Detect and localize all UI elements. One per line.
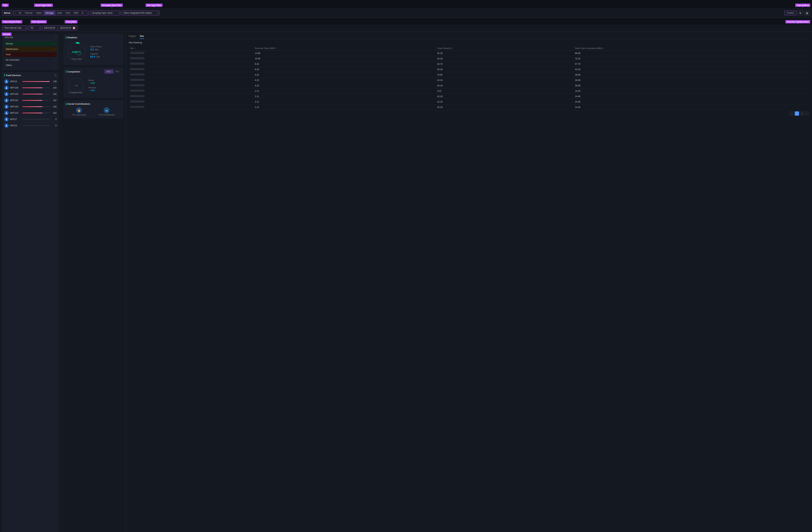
sort-icon-pr: ⇅ <box>452 47 453 49</box>
device-name: WFF103 <box>10 106 21 108</box>
page-2-btn[interactable]: 2 <box>800 111 804 116</box>
tab-mtd[interactable]: MTD <box>105 70 113 73</box>
grouping-type-select[interactable]: Grouping Type: Store <box>90 11 120 15</box>
tab-ytd[interactable]: YTD <box>113 70 121 73</box>
cell-daily-gen: 14.45 <box>574 104 809 110</box>
completion-tabs: MTD YTD <box>105 70 121 73</box>
planned-label: Planned <box>88 86 96 89</box>
cell-power-ratio: 42.19 <box>436 51 574 56</box>
svg-point-7 <box>6 125 7 126</box>
social-co2-item: ☁ YTD CO2 Reduction <box>98 108 115 116</box>
capacity-val: 83.4 <box>90 55 95 58</box>
status-normal-row: Normal -- <box>4 41 57 46</box>
tab-site[interactable]: Site <box>140 34 144 39</box>
asset-nav-all[interactable]: All <box>17 11 23 15</box>
status-no-conn-label: No connection <box>6 59 19 61</box>
col-power-ratio[interactable]: Power Ratio(%) ⇅ <box>436 46 574 51</box>
social-card: Social Contributions 🔥 YTD Coal Saving ☁… <box>63 100 124 118</box>
middle-panel: Realtime 0.005 % Power Ratio <box>61 31 126 532</box>
col-site[interactable]: Site ⇅ <box>129 46 253 51</box>
control-button[interactable]: Control <box>784 11 797 15</box>
page-next-btn[interactable]: › <box>805 111 809 116</box>
cell-site <box>129 83 253 88</box>
asset-nav-e[interactable]: E <box>80 11 85 15</box>
annotation-grouping-filter: Grouping Type Filter <box>101 4 123 7</box>
planned-val-wrap: -- kWh <box>88 89 96 92</box>
asset-nav-prev[interactable]: ‹ <box>13 11 17 15</box>
cell-rt-power: 2.11 <box>253 88 436 94</box>
completion-title-text: Completion <box>68 70 80 73</box>
main-content: Total Site -- Normal -- Maintenance -- F… <box>0 31 812 532</box>
date-arrow: → <box>56 27 59 29</box>
device-bar-wrap <box>22 87 50 88</box>
asset-nav-thermal[interactable]: Thermal <box>23 11 34 15</box>
asset-nav-next[interactable]: › <box>85 11 89 15</box>
fault-device-row: WF013 139 <box>4 79 57 85</box>
cell-rt-power: 12.66 <box>253 51 436 56</box>
fault-device-row: WFF102 102 <box>4 110 57 116</box>
active-power-value-wrap: 4.2 MW <box>90 48 102 51</box>
cell-daily-gen: 28.90 <box>574 72 809 78</box>
device-name: WFF105 <box>10 93 21 95</box>
col-rt-power[interactable]: Real-time Power (MW) ⇅ <box>253 46 436 51</box>
asset-nav-hydro[interactable]: Hydro <box>34 11 44 15</box>
tab-region[interactable]: Region <box>129 34 136 39</box>
device-bar <box>22 94 42 95</box>
settings-icon-button[interactable]: ⚙ <box>798 11 803 15</box>
table-row: 6.33 42.19 43.34 <box>129 67 809 72</box>
device-bar-wrap <box>22 125 50 126</box>
cell-power-ratio: 42.19 <box>436 94 574 99</box>
cell-power-ratio: 42.19 <box>436 78 574 83</box>
social-contributions-row: 🔥 YTD Coal Saving ☁ YTD CO2 Reduction <box>66 108 121 116</box>
time-interval-select[interactable]: Time Interval: Day <box>2 26 27 30</box>
co2-label: YTD CO2 Reduction <box>98 114 115 116</box>
col-daily-gen[interactable]: Daily Power Generation (MWh) ⇅ <box>574 46 809 51</box>
cell-daily-gen: 14.45 <box>574 88 809 94</box>
device-count: 102 <box>51 99 57 102</box>
cell-rt-power: 6.33 <box>253 67 436 72</box>
device-name: WF013 <box>10 80 21 83</box>
ranking-header-row: Site ⇅ Real-time Power (MW) ⇅ Power Rati… <box>129 46 809 51</box>
coal-icon: 🔥 <box>76 108 82 113</box>
annotation-time-interval: Time Interval Filter <box>2 20 22 23</box>
cell-rt-power: 4.22 <box>253 83 436 88</box>
completion-card-title: Completion <box>66 70 80 73</box>
date-range-control[interactable]: 2024-05-24 → 2024-05-24 📅 <box>42 26 77 30</box>
actual-unit: kWh <box>91 82 95 84</box>
device-count: 102 <box>51 86 57 89</box>
annotation-time-shortcut: Time Shortcut <box>31 20 47 23</box>
page-1-btn[interactable]: 1 <box>795 111 799 116</box>
svg-point-0 <box>6 81 7 82</box>
sort-icon-rt: ⇅ <box>276 47 277 49</box>
calendar-icon[interactable]: 📅 <box>73 27 75 29</box>
cell-rt-power: 2.11 <box>253 94 436 99</box>
cell-rt-power: 10.55 <box>253 56 436 61</box>
cell-power-ratio: 33.75 <box>436 61 574 67</box>
table-row: 10.55 42.19 72.24 <box>129 56 809 61</box>
co2-icon: ☁ <box>104 108 110 113</box>
active-power-label: Active Power <box>90 45 102 48</box>
cell-rt-power: 2.11 <box>253 99 436 104</box>
fault-device-row: WFF101 102 <box>4 97 57 103</box>
asset-nav-storage[interactable]: Storage <box>44 11 55 15</box>
asset-nav-solar[interactable]: Solar <box>55 11 64 15</box>
page-prev-btn[interactable]: ‹ <box>790 111 794 116</box>
asset-nav-ems[interactable]: EMS <box>72 11 80 15</box>
time-shortcut-select[interactable]: TD <box>28 26 41 30</box>
realtime-card-title: Realtime <box>66 36 121 39</box>
edit-icon-button[interactable]: ▦ <box>804 11 810 15</box>
annotation-site-filter: Site Type Filter <box>146 4 162 7</box>
asset-nav-park[interactable]: Park <box>64 11 72 15</box>
cell-power-ratio: 42.19 <box>436 83 574 88</box>
ranking-table: Site ⇅ Real-time Power (MW) ⇅ Power Rati… <box>129 46 809 110</box>
region-site-tabs: Region Site <box>129 34 809 39</box>
site-type-select[interactable]: Store: Integrated ESS Station <box>122 11 159 15</box>
cell-rt-power: 2.11 <box>253 104 436 110</box>
cell-daily-gen: 28.90 <box>574 78 809 83</box>
total-site-label: Total Site <box>4 36 13 39</box>
table-row: 4.22 73.50 28.90 <box>129 72 809 78</box>
rt-title-bar <box>66 36 66 39</box>
left-panel: Total Site -- Normal -- Maintenance -- F… <box>0 31 61 532</box>
cell-site <box>129 104 253 110</box>
cell-power-ratio: 42.19 <box>436 67 574 72</box>
